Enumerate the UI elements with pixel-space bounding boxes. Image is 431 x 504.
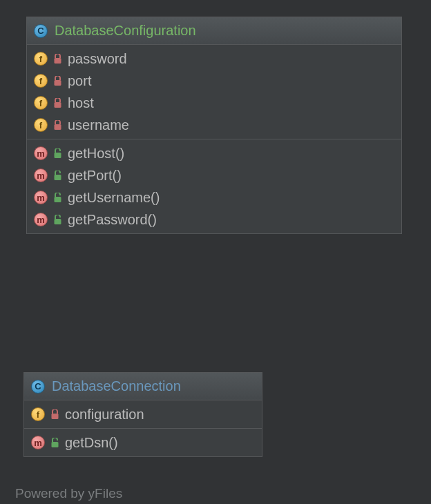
method-name: getHost() bbox=[68, 146, 124, 160]
field-name: username bbox=[68, 118, 129, 132]
field-name: port bbox=[68, 74, 91, 88]
field-icon: f bbox=[34, 96, 48, 110]
field-icon: f bbox=[31, 407, 45, 421]
method-name: getPassword() bbox=[68, 213, 157, 226]
field-icon: f bbox=[34, 74, 48, 88]
field-row[interactable]: f configuration bbox=[24, 403, 262, 425]
svg-rect-9 bbox=[52, 442, 59, 447]
field-row[interactable]: f host bbox=[27, 92, 401, 114]
lock-closed-icon bbox=[53, 98, 62, 108]
methods-section: m getHost() m getPort() m getUsername() bbox=[27, 139, 401, 233]
fields-section: f password f port f host f bbox=[27, 45, 401, 139]
fields-section: f configuration bbox=[24, 400, 262, 429]
method-icon: m bbox=[34, 213, 48, 226]
svg-rect-4 bbox=[55, 153, 61, 158]
class-icon: C bbox=[31, 380, 45, 394]
svg-rect-5 bbox=[55, 175, 61, 180]
methods-section: m getDsn() bbox=[24, 429, 262, 456]
method-row[interactable]: m getPassword() bbox=[27, 209, 401, 231]
lock-closed-icon bbox=[53, 54, 62, 64]
method-name: getDsn() bbox=[65, 436, 118, 449]
lock-closed-icon bbox=[50, 409, 59, 420]
class-header: C DatabaseConfiguration bbox=[27, 17, 401, 45]
class-box-db-config[interactable]: C DatabaseConfiguration f password f por… bbox=[26, 17, 402, 234]
method-name: getUsername() bbox=[68, 191, 160, 204]
field-icon: f bbox=[34, 52, 48, 66]
method-row[interactable]: m getUsername() bbox=[27, 186, 401, 209]
svg-rect-6 bbox=[55, 197, 61, 202]
method-icon: m bbox=[34, 168, 48, 182]
lock-open-icon bbox=[53, 171, 62, 181]
method-icon: m bbox=[34, 146, 48, 160]
field-name: configuration bbox=[65, 407, 144, 421]
lock-open-icon bbox=[50, 438, 59, 448]
field-row[interactable]: f username bbox=[27, 114, 401, 136]
lock-open-icon bbox=[53, 215, 62, 225]
method-icon: m bbox=[34, 191, 48, 204]
method-icon: m bbox=[31, 436, 45, 449]
class-box-db-conn[interactable]: C DatabaseConnection f configuration m g… bbox=[23, 372, 262, 457]
svg-rect-7 bbox=[55, 219, 61, 224]
class-icon: C bbox=[34, 24, 48, 38]
field-row[interactable]: f password bbox=[27, 48, 401, 70]
lock-closed-icon bbox=[53, 120, 62, 130]
svg-rect-8 bbox=[52, 414, 59, 419]
method-row[interactable]: m getDsn() bbox=[24, 432, 262, 454]
field-row[interactable]: f port bbox=[27, 70, 401, 92]
field-name: host bbox=[68, 96, 94, 110]
method-row[interactable]: m getHost() bbox=[27, 142, 401, 164]
method-row[interactable]: m getPort() bbox=[27, 164, 401, 186]
svg-rect-0 bbox=[55, 58, 61, 64]
svg-rect-2 bbox=[55, 102, 61, 108]
class-title: DatabaseConnection bbox=[52, 378, 181, 394]
svg-rect-1 bbox=[55, 80, 61, 86]
field-icon: f bbox=[34, 118, 48, 132]
class-header: C DatabaseConnection bbox=[24, 373, 262, 400]
lock-open-icon bbox=[53, 148, 62, 159]
svg-rect-3 bbox=[55, 124, 61, 130]
class-title: DatabaseConfiguration bbox=[55, 23, 196, 39]
method-name: getPort() bbox=[68, 168, 122, 182]
field-name: password bbox=[68, 52, 127, 66]
lock-open-icon bbox=[53, 193, 62, 203]
lock-closed-icon bbox=[53, 76, 62, 86]
powered-by-label: Powered by yFiles bbox=[15, 486, 122, 501]
